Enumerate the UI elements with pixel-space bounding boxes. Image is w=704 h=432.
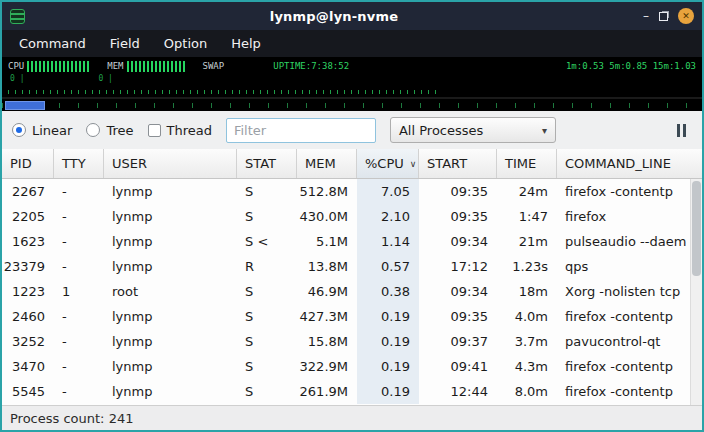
cell-user: lynmp bbox=[104, 229, 237, 254]
table-row[interactable]: 2460 - lynmp S 427.3M 0.19 09:35 4.0m fi… bbox=[2, 304, 702, 329]
menu-field[interactable]: Field bbox=[99, 32, 151, 55]
process-count-text: Process count: 241 bbox=[10, 411, 133, 426]
table-row[interactable]: 5545 - lynmp S 261.9M 0.19 12:44 8.0m fi… bbox=[2, 379, 702, 404]
thread-label: Thread bbox=[167, 123, 212, 138]
cell-cpu: 0.57 bbox=[357, 254, 419, 279]
cell-user: lynmp bbox=[104, 254, 237, 279]
thread-checkbox[interactable]: Thread bbox=[148, 123, 212, 138]
app-icon bbox=[10, 9, 25, 24]
cell-tty: - bbox=[54, 354, 104, 379]
cell-user: lynmp bbox=[104, 329, 237, 354]
linear-label: Linear bbox=[32, 123, 72, 138]
cell-tty: 1 bbox=[54, 279, 104, 304]
cell-stat: S bbox=[237, 179, 297, 204]
cell-cmd: pulseaudio --daem bbox=[557, 229, 702, 254]
table-row[interactable]: 1223 1 root S 46.9M 0.38 09:34 18m Xorg … bbox=[2, 279, 702, 304]
cell-start: 09:35 bbox=[419, 204, 497, 229]
sort-descending-icon: ∨ bbox=[410, 159, 417, 169]
filter-input[interactable] bbox=[226, 118, 376, 143]
process-filter-select[interactable]: All Processes ▾ bbox=[390, 117, 556, 143]
col-cpu-label: %CPU bbox=[365, 156, 404, 171]
cell-cmd: firefox -contentp bbox=[557, 354, 702, 379]
cell-pid: 2205 bbox=[2, 204, 54, 229]
cell-start: 09:41 bbox=[419, 354, 497, 379]
col-time[interactable]: TIME bbox=[497, 149, 557, 178]
col-mem[interactable]: MEM bbox=[297, 149, 357, 178]
col-command-line[interactable]: COMMAND_LINE bbox=[557, 149, 702, 178]
cell-user: root bbox=[104, 279, 237, 304]
cell-cpu: 2.10 bbox=[357, 204, 419, 229]
cell-pid: 1623 bbox=[2, 229, 54, 254]
col-cpu[interactable]: %CPU ∨ bbox=[357, 149, 419, 178]
cell-pid: 5545 bbox=[2, 379, 54, 404]
pause-button[interactable] bbox=[671, 120, 692, 141]
cell-user: lynmp bbox=[104, 379, 237, 404]
history-ticks bbox=[8, 88, 438, 94]
col-stat[interactable]: STAT bbox=[237, 149, 297, 178]
cell-pid: 1223 bbox=[2, 279, 54, 304]
cell-cmd: Xorg -nolisten tcp bbox=[557, 279, 702, 304]
table-row[interactable]: 23379 - lynmp R 13.8M 0.57 17:12 1.23s q… bbox=[2, 254, 702, 279]
cell-time: 3.7m bbox=[497, 329, 557, 354]
cell-time: 1.23s bbox=[497, 254, 557, 279]
menu-command[interactable]: Command bbox=[8, 32, 97, 55]
radio-unselected-icon bbox=[86, 123, 100, 137]
cell-tty: - bbox=[54, 204, 104, 229]
pause-icon bbox=[677, 124, 680, 137]
scrollbar-thumb[interactable] bbox=[692, 181, 701, 276]
cell-stat: S bbox=[237, 329, 297, 354]
cell-tty: - bbox=[54, 229, 104, 254]
cell-cpu: 7.05 bbox=[357, 179, 419, 204]
menu-help[interactable]: Help bbox=[220, 32, 272, 55]
cell-mem: 261.9M bbox=[297, 379, 357, 404]
system-monitor: CPU MEM SWAP UPTIME:7:38:52 1m:0.53 5m:0… bbox=[2, 57, 702, 97]
tree-label: Tree bbox=[106, 123, 133, 138]
col-pid[interactable]: PID bbox=[2, 149, 54, 178]
cell-start: 09:34 bbox=[419, 229, 497, 254]
vertical-scrollbar[interactable] bbox=[690, 179, 702, 405]
cell-mem: 13.8M bbox=[297, 254, 357, 279]
restore-button[interactable] bbox=[659, 12, 668, 21]
linear-radio[interactable]: Linear bbox=[12, 123, 72, 138]
col-user[interactable]: USER bbox=[104, 149, 237, 178]
cell-tty: - bbox=[54, 304, 104, 329]
cell-pid: 2267 bbox=[2, 179, 54, 204]
cell-start: 09:34 bbox=[419, 279, 497, 304]
table-row[interactable]: 1623 - lynmp S < 5.1M 1.14 09:34 21m pul… bbox=[2, 229, 702, 254]
cell-mem: 512.8M bbox=[297, 179, 357, 204]
cell-time: 24m bbox=[497, 179, 557, 204]
cell-start: 09:35 bbox=[419, 179, 497, 204]
cell-time: 1:47 bbox=[497, 204, 557, 229]
table-row[interactable]: 3252 - lynmp S 15.8M 0.19 09:37 3.7m pav… bbox=[2, 329, 702, 354]
cell-time: 4.0m bbox=[497, 304, 557, 329]
table-row[interactable]: 2205 - lynmp S 430.0M 2.10 09:35 1:47 fi… bbox=[2, 204, 702, 229]
cell-user: lynmp bbox=[104, 179, 237, 204]
cell-start: 09:35 bbox=[419, 304, 497, 329]
cell-stat: S bbox=[237, 204, 297, 229]
cell-cmd: qps bbox=[557, 254, 702, 279]
radio-selected-icon bbox=[12, 123, 26, 137]
cell-cpu: 0.38 bbox=[357, 279, 419, 304]
restore-icon bbox=[659, 12, 668, 21]
tree-radio[interactable]: Tree bbox=[86, 123, 133, 138]
table-row[interactable]: 3470 - lynmp S 322.9M 0.19 09:41 4.3m fi… bbox=[2, 354, 702, 379]
cell-cpu: 0.19 bbox=[357, 329, 419, 354]
cell-mem: 46.9M bbox=[297, 279, 357, 304]
menu-option[interactable]: Option bbox=[153, 32, 218, 55]
cell-pid: 3470 bbox=[2, 354, 54, 379]
col-start[interactable]: START bbox=[419, 149, 497, 178]
cell-tty: - bbox=[54, 179, 104, 204]
table-row[interactable]: 2267 - lynmp S 512.8M 7.05 09:35 24m fir… bbox=[2, 179, 702, 204]
cell-stat: S bbox=[237, 379, 297, 404]
uptime-text: UPTIME:7:38:52 bbox=[273, 61, 349, 71]
cell-cmd: firefox -contentp bbox=[557, 179, 702, 204]
minimize-button[interactable]: – bbox=[643, 8, 649, 24]
cell-mem: 5.1M bbox=[297, 229, 357, 254]
window-title: lynmp@lyn-nvme bbox=[25, 9, 643, 24]
close-button[interactable]: ✕ bbox=[678, 8, 694, 24]
process-filter-value: All Processes bbox=[399, 123, 483, 138]
cell-user: lynmp bbox=[104, 304, 237, 329]
statusbar: Process count: 241 bbox=[2, 405, 702, 430]
titlebar[interactable]: lynmp@lyn-nvme – ✕ bbox=[2, 2, 702, 30]
col-tty[interactable]: TTY bbox=[54, 149, 104, 178]
